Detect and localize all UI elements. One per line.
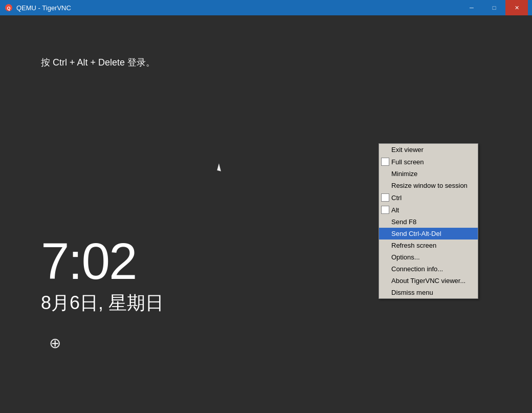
menu-item-resize-window[interactable]: Resize window to session xyxy=(379,180,478,191)
maximize-button[interactable]: □ xyxy=(483,0,505,15)
menu-item-dismiss-menu[interactable]: Dismiss menu xyxy=(379,287,478,298)
menu-item-full-screen[interactable]: Full screen xyxy=(379,156,478,168)
menu-label-about: About TigerVNC viewer... xyxy=(391,277,465,285)
window-title: QEMU - TigerVNC xyxy=(16,4,71,12)
menu-item-connection-info[interactable]: Connection info... xyxy=(379,263,478,275)
clock-widget: 7:02 8月6日, 星期日 xyxy=(41,235,164,316)
qemu-icon: Q xyxy=(4,3,13,12)
menu-label-alt: Alt xyxy=(391,206,399,214)
menu-label-options: Options... xyxy=(391,253,420,261)
close-button[interactable]: ✕ xyxy=(505,0,528,15)
menu-item-options[interactable]: Options... xyxy=(379,251,478,263)
titlebar: Q QEMU - TigerVNC ─ □ ✕ xyxy=(0,0,532,15)
menu-item-alt[interactable]: Alt xyxy=(379,204,478,216)
checkbox-ctrl xyxy=(381,193,389,202)
menu-label-ctrl: Ctrl xyxy=(391,194,402,202)
menu-label-full-screen: Full screen xyxy=(391,158,424,166)
menu-label-send-ctrl-alt-del: Send Ctrl-Alt-Del xyxy=(391,230,441,237)
menu-label-refresh-screen: Refresh screen xyxy=(391,242,436,249)
menu-item-send-f8[interactable]: Send F8 xyxy=(379,216,478,228)
menu-label-exit-viewer: Exit viewer xyxy=(391,146,424,154)
minimize-button[interactable]: ─ xyxy=(460,0,483,15)
main-content: 按 Ctrl + Alt + Delete 登录。 7:02 8月6日, 星期日… xyxy=(0,15,532,413)
menu-item-exit-viewer[interactable]: Exit viewer xyxy=(379,144,478,156)
menu-label-minimize: Minimize xyxy=(391,170,417,178)
titlebar-left: Q QEMU - TigerVNC xyxy=(4,3,71,12)
clock-time: 7:02 xyxy=(41,235,164,287)
menu-item-minimize[interactable]: Minimize xyxy=(379,168,478,180)
menu-item-about[interactable]: About TigerVNC viewer... xyxy=(379,275,478,287)
checkbox-alt xyxy=(381,206,389,214)
menu-item-refresh-screen[interactable]: Refresh screen xyxy=(379,240,478,251)
menu-item-ctrl[interactable]: Ctrl xyxy=(379,191,478,204)
menu-label-send-f8: Send F8 xyxy=(391,218,416,226)
checkbox-full-screen xyxy=(381,158,389,166)
menu-item-send-ctrl-alt-del[interactable]: Send Ctrl-Alt-Del xyxy=(379,228,478,240)
menu-label-connection-info: Connection info... xyxy=(391,265,443,273)
svg-text:Q: Q xyxy=(7,6,10,11)
login-prompt: 按 Ctrl + Alt + Delete 登录。 xyxy=(41,56,155,69)
context-menu: Exit viewerFull screenMinimizeResize win… xyxy=(379,143,478,299)
menu-label-dismiss-menu: Dismiss menu xyxy=(391,289,433,296)
accessibility-icon[interactable]: ⊕ xyxy=(49,335,61,352)
mouse-cursor xyxy=(217,163,223,171)
menu-label-resize-window: Resize window to session xyxy=(391,182,468,189)
clock-date: 8月6日, 星期日 xyxy=(41,291,164,316)
titlebar-controls: ─ □ ✕ xyxy=(460,0,528,15)
